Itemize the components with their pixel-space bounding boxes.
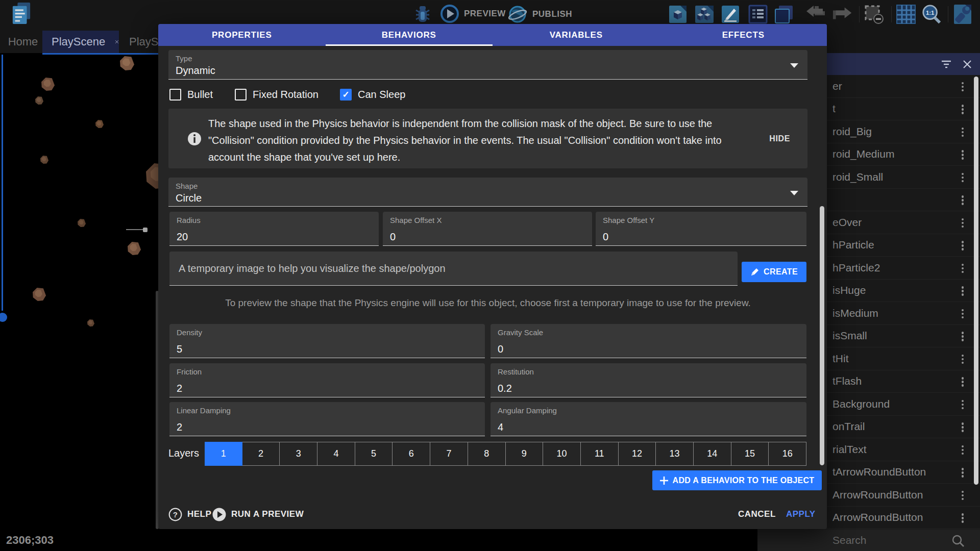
radius-field[interactable]: Radius 20 bbox=[169, 212, 379, 246]
filter-icon[interactable] bbox=[941, 60, 952, 69]
kebab-menu-icon[interactable] bbox=[961, 148, 965, 162]
add-behavior-button[interactable]: ADD A BEHAVIOR TO THE OBJECT bbox=[652, 470, 822, 490]
layer-button[interactable]: 15 bbox=[731, 442, 769, 466]
asteroid-sprite[interactable] bbox=[40, 156, 48, 164]
undo-button[interactable] bbox=[805, 4, 826, 24]
create-button[interactable]: CREATE bbox=[742, 262, 806, 282]
dialog-scrollbar[interactable] bbox=[820, 206, 824, 465]
toggle-grid-button[interactable] bbox=[896, 4, 916, 24]
layer-button[interactable]: 11 bbox=[581, 442, 619, 466]
gravity-scale-field[interactable]: Gravity Scale 0 bbox=[491, 324, 806, 358]
density-field[interactable]: Density 5 bbox=[169, 324, 485, 358]
kebab-menu-icon[interactable] bbox=[961, 375, 965, 389]
layers-editor-button[interactable] bbox=[774, 4, 794, 24]
layer-button[interactable]: 1 bbox=[205, 442, 242, 466]
tab-properties[interactable]: PROPERTIES bbox=[158, 24, 326, 46]
tab-variables[interactable]: VARIABLES bbox=[493, 24, 660, 46]
kebab-menu-icon[interactable] bbox=[961, 466, 965, 480]
object-search-input[interactable]: Search bbox=[757, 530, 980, 551]
kebab-menu-icon[interactable] bbox=[961, 352, 965, 366]
tab-playscene[interactable]: PlayScene bbox=[42, 31, 119, 53]
restitution-field[interactable]: Restitution 0.2 bbox=[491, 363, 806, 397]
layer-button[interactable]: 10 bbox=[543, 442, 581, 466]
tab-playscene2[interactable]: PlayS bbox=[129, 31, 160, 53]
checkbox-fixed-rotation[interactable]: Fixed Rotation bbox=[235, 87, 318, 102]
scene-properties-button[interactable] bbox=[952, 4, 973, 24]
layer-button[interactable]: 4 bbox=[317, 442, 355, 466]
angular-damping-field[interactable]: Angular Damping 4 bbox=[491, 402, 806, 436]
kebab-menu-icon[interactable] bbox=[961, 284, 965, 298]
layer-button[interactable]: 13 bbox=[656, 442, 694, 466]
linear-damping-field[interactable]: Linear Damping 2 bbox=[169, 402, 485, 436]
kebab-menu-icon[interactable] bbox=[961, 511, 965, 525]
friction-field[interactable]: Friction 2 bbox=[169, 363, 485, 397]
layer-button[interactable]: 6 bbox=[393, 442, 430, 466]
shape-offset-y-field[interactable]: Shape Offset Y 0 bbox=[596, 212, 806, 246]
kebab-menu-icon[interactable] bbox=[961, 170, 965, 185]
kebab-menu-icon[interactable] bbox=[961, 307, 965, 321]
asteroid-sprite[interactable] bbox=[41, 78, 55, 91]
hide-button[interactable]: HIDE bbox=[769, 134, 790, 143]
clear-selection-button[interactable] bbox=[864, 4, 884, 24]
layer-button[interactable]: 9 bbox=[506, 442, 544, 466]
instances-list-button[interactable] bbox=[748, 4, 768, 24]
kebab-menu-icon[interactable] bbox=[961, 103, 965, 117]
publish-button[interactable]: PUBLISH bbox=[507, 4, 572, 24]
tab-home[interactable]: Home bbox=[4, 31, 42, 53]
asteroid-sprite[interactable] bbox=[33, 288, 46, 301]
kebab-menu-icon[interactable] bbox=[961, 239, 965, 253]
objects-editor-button[interactable] bbox=[668, 4, 688, 24]
close-panel-icon[interactable] bbox=[963, 60, 972, 69]
asteroid-sprite[interactable] bbox=[128, 242, 141, 255]
kebab-menu-icon[interactable] bbox=[961, 488, 965, 503]
layer-button[interactable]: 2 bbox=[242, 442, 280, 466]
help-button[interactable]: ? HELP bbox=[168, 507, 211, 521]
shape-label: Shape bbox=[176, 182, 198, 190]
shape-offset-x-field[interactable]: Shape Offset X 0 bbox=[383, 212, 592, 246]
redo-button[interactable] bbox=[832, 4, 852, 24]
layer-button[interactable]: 16 bbox=[769, 442, 806, 466]
kebab-menu-icon[interactable] bbox=[961, 261, 965, 276]
kebab-menu-icon[interactable] bbox=[961, 397, 965, 412]
checkbox-bullet[interactable]: Bullet bbox=[169, 87, 213, 102]
kebab-menu-icon[interactable] bbox=[961, 420, 965, 435]
layer-button[interactable]: 14 bbox=[694, 442, 731, 466]
field-label: Restitution bbox=[498, 367, 534, 376]
zoom-reset-button[interactable]: 1:1 bbox=[921, 4, 942, 24]
layer-button[interactable]: 3 bbox=[280, 442, 317, 466]
asteroid-sprite[interactable] bbox=[78, 219, 86, 227]
close-tab-icon[interactable] bbox=[115, 38, 119, 46]
edit-scene-button[interactable] bbox=[720, 4, 741, 24]
debug-button[interactable] bbox=[412, 4, 433, 24]
preview-button[interactable]: PREVIEW bbox=[440, 4, 506, 23]
asteroid-sprite[interactable] bbox=[120, 56, 134, 70]
asteroid-sprite[interactable] bbox=[95, 120, 104, 128]
object-groups-button[interactable] bbox=[694, 4, 715, 24]
wrench-document-icon bbox=[952, 4, 973, 25]
kebab-menu-icon[interactable] bbox=[961, 80, 965, 94]
run-preview-button[interactable]: RUN A PREVIEW bbox=[212, 507, 304, 521]
shape-select[interactable]: Shape Circle bbox=[168, 178, 807, 207]
apply-button[interactable]: APPLY bbox=[786, 507, 816, 521]
layer-button[interactable]: 12 bbox=[619, 442, 656, 466]
kebab-menu-icon[interactable] bbox=[961, 443, 965, 457]
tab-behaviors[interactable]: BEHAVIORS bbox=[326, 24, 493, 46]
tab-effects[interactable]: EFFECTS bbox=[660, 24, 827, 46]
temp-image-input[interactable]: A temporary image to help you visualize … bbox=[169, 252, 738, 286]
kebab-menu-icon[interactable] bbox=[961, 193, 965, 208]
layer-button[interactable]: 8 bbox=[468, 442, 506, 466]
kebab-menu-icon[interactable] bbox=[961, 125, 965, 139]
kebab-menu-icon[interactable] bbox=[961, 330, 965, 344]
asteroid-sprite[interactable] bbox=[87, 319, 94, 327]
asteroid-sprite[interactable] bbox=[35, 96, 43, 105]
drag-handle[interactable] bbox=[143, 228, 148, 232]
cancel-button[interactable]: CANCEL bbox=[738, 507, 776, 521]
panel-scrollbar[interactable] bbox=[974, 77, 978, 485]
layer-button[interactable]: 7 bbox=[430, 442, 468, 466]
type-select[interactable]: Type Dynamic bbox=[168, 50, 807, 80]
project-manager-button[interactable] bbox=[11, 3, 32, 23]
layer-button[interactable]: 5 bbox=[355, 442, 393, 466]
checkbox-can-sleep[interactable]: Can Sleep bbox=[340, 87, 405, 102]
field-label: Friction bbox=[177, 367, 202, 376]
kebab-menu-icon[interactable] bbox=[961, 216, 965, 230]
